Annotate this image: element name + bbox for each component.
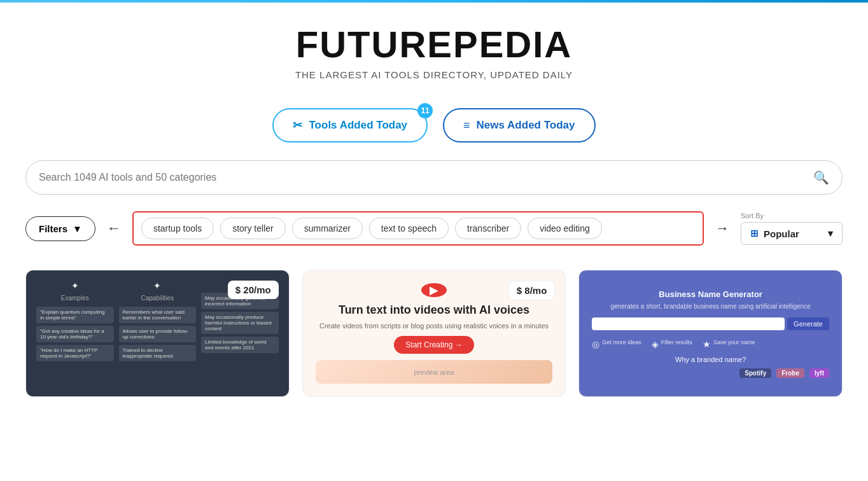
card-2-cta[interactable]: Start Creating →	[394, 336, 473, 354]
category-chip[interactable]: text to speech	[369, 218, 449, 239]
card-1-example3: "How do I make an HTTP request in Javasc…	[36, 345, 114, 361]
card-3-bottom-text: Why a branded name?	[675, 356, 746, 363]
sort-section: Sort By ⊞ Popular ▾	[741, 212, 843, 245]
card-3: Business Name Generator generates a shor…	[578, 270, 843, 397]
card-2-preview: preview area	[316, 360, 553, 384]
card-2-price: $ 8/mo	[508, 281, 556, 300]
news-label: News Added Today	[477, 119, 575, 132]
tools-button[interactable]: ✂ Tools Added Today 11	[272, 108, 428, 143]
card-1: ✦ Examples "Explain quantum computing in…	[25, 270, 290, 397]
card-1-cap3: Trained to decline inappropriate request…	[119, 345, 197, 361]
card-3-opt1: ◎ Get more ideas	[592, 339, 641, 349]
category-chip[interactable]: story teller	[220, 218, 286, 239]
card-2-title: Turn text into videos with AI voices	[319, 303, 549, 317]
category-chip[interactable]: transcriber	[455, 218, 521, 239]
sort-chevron-icon: ▾	[828, 228, 833, 239]
filter-label: Filters	[39, 223, 67, 234]
card-1-col2: ✦ Capabilities Remembers what user said …	[119, 281, 197, 386]
card-3-opt1-icon: ◎	[592, 339, 599, 349]
card-1-price: $ 20/mo	[228, 281, 279, 299]
logo-lyft: lyft	[809, 368, 829, 378]
filter-funnel-icon: ▼	[73, 223, 82, 234]
card-2-content: Turn text into videos with AI voices Cre…	[319, 303, 549, 354]
sort-select[interactable]: ⊞ Popular ▾	[741, 222, 843, 245]
sort-icon: ⊞	[750, 228, 759, 239]
card-3-opt3: ★ Save your name	[703, 339, 755, 349]
card-1-lim2: May occasionally produce harmful instruc…	[201, 312, 279, 334]
logo-frobe: Frobe	[776, 368, 804, 378]
search-section: 🔍	[0, 143, 868, 205]
hero-buttons: ✂ Tools Added Today 11 ≡ News Added Toda…	[0, 108, 868, 143]
card-3-input-row: Generate	[592, 317, 829, 330]
card-1-col1: ✦ Examples "Explain quantum computing in…	[36, 281, 114, 386]
card-3-generate-btn[interactable]: Generate	[787, 317, 829, 330]
category-chip[interactable]: summarizer	[292, 218, 363, 239]
card-3-opt2-text: Filter results	[661, 339, 692, 345]
card-3-opt1-text: Get more ideas	[602, 339, 641, 345]
filter-button[interactable]: Filters ▼	[25, 216, 95, 241]
card-1-cap1: Remembers what user said earlier in the …	[119, 307, 197, 323]
left-arrow-button[interactable]: ←	[103, 216, 125, 240]
header: FUTUREPEDIA THE LARGEST AI TOOLS DIRECTO…	[0, 3, 868, 93]
card-3-logos: Spotify Frobe lyft	[592, 368, 829, 378]
card-1-col2-header: Capabilities	[119, 295, 197, 302]
search-icon: 🔍	[813, 170, 829, 185]
card-3-desc: generates a short, brandable business na…	[611, 303, 811, 310]
card-3-name-input[interactable]	[592, 317, 785, 330]
cards-section: ✦ Examples "Explain quantum computing in…	[0, 252, 868, 410]
card-3-opt2-icon: ◈	[652, 339, 659, 349]
card-1-col2-icon: ✦	[119, 281, 197, 291]
card-1-col1-icon: ✦	[36, 281, 114, 291]
card-2-desc: Create videos from scripts or blog posts…	[319, 322, 549, 330]
card-1-example1: "Explain quantum computing in simple ter…	[36, 307, 114, 323]
card-1-col1-header: Examples	[36, 295, 114, 302]
category-chip[interactable]: video editing	[528, 218, 602, 239]
right-arrow-button[interactable]: →	[711, 216, 733, 240]
news-button[interactable]: ≡ News Added Today	[443, 108, 595, 143]
logo-spotify: Spotify	[739, 368, 771, 378]
search-box: 🔍	[25, 160, 843, 195]
tools-badge: 11	[417, 103, 433, 118]
site-subtitle: THE LARGEST AI TOOLS DIRECTORY, UPDATED …	[13, 69, 855, 80]
card-2-logo: ▶	[421, 283, 447, 297]
card-1-lim3: Limited knowledge of world and events af…	[201, 337, 279, 353]
sort-value: Popular	[764, 228, 799, 239]
tools-icon: ✂	[293, 118, 302, 132]
card-2-preview-text: preview area	[414, 368, 454, 376]
tools-label: Tools Added Today	[309, 119, 407, 132]
card-3-bottom: Why a branded name?	[675, 356, 746, 363]
categories-container: startup toolsstory tellersummarizertext …	[132, 211, 704, 246]
news-icon: ≡	[463, 119, 470, 132]
search-input[interactable]	[39, 172, 813, 183]
card-3-opt2: ◈ Filter results	[652, 339, 692, 349]
card-3-opt3-text: Save your name	[713, 339, 755, 345]
site-title: FUTUREPEDIA	[13, 23, 855, 66]
card-2: ▶ Turn text into videos with AI voices C…	[302, 270, 566, 397]
card-1-example2: "Got any creative ideas for a 10 year ol…	[36, 326, 114, 342]
card-1-cap2: Allows user to provide follow-up correct…	[119, 326, 197, 342]
card-3-opt3-icon: ★	[703, 339, 711, 349]
filters-row: Filters ▼ ← startup toolsstory tellersum…	[0, 205, 868, 252]
sort-label: Sort By	[741, 212, 843, 220]
card-3-options: ◎ Get more ideas ◈ Filter results ★ Save…	[592, 339, 829, 349]
category-chip[interactable]: startup tools	[141, 218, 214, 239]
card-3-title: Business Name Generator	[659, 289, 762, 299]
